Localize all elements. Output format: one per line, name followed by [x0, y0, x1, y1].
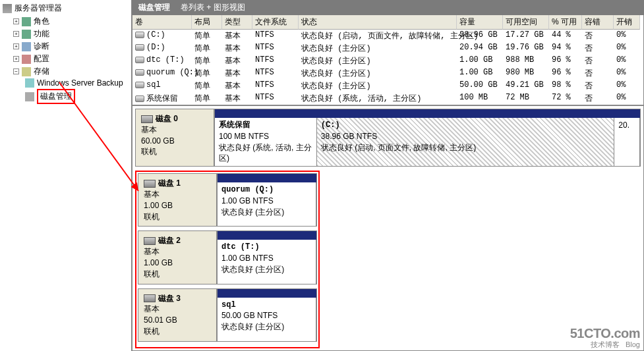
- tree-root-label: 服务器管理器: [15, 3, 62, 14]
- disk-size: 60.00 GB: [141, 136, 208, 147]
- volume-icon: [135, 95, 144, 102]
- disk-icon: [144, 180, 156, 188]
- column-header[interactable]: % 可用: [549, 15, 582, 30]
- volume-row[interactable]: quorum (Q:)简单基本NTFS状态良好 (主分区)1.00 GB980 …: [132, 67, 643, 80]
- cell: 基本: [222, 30, 252, 42]
- cell: 简单: [192, 92, 222, 105]
- cell: 0%: [614, 55, 640, 67]
- cell: 1.00 GB: [457, 55, 503, 67]
- partition-title: dtc (T:): [221, 242, 312, 253]
- tree-node-icon: [22, 30, 31, 39]
- cell: 0%: [614, 80, 640, 92]
- column-header[interactable]: 文件系统: [252, 15, 299, 30]
- cell: NTFS: [252, 42, 299, 55]
- tree-item[interactable]: −存储: [1, 65, 130, 78]
- cell: NTFS: [252, 92, 299, 105]
- disk-partitions: 系统保留100 MB NTFS状态良好 (系统, 活动, 主分区)(C:)38.…: [214, 109, 641, 167]
- volume-row[interactable]: (C:)简单基本NTFS状态良好 (启动, 页面文件, 故障转储, 主分区)38…: [132, 30, 643, 42]
- cell: 0%: [614, 30, 640, 42]
- cell: 状态良好 (启动, 页面文件, 故障转储, 主分区): [299, 30, 457, 42]
- volume-row[interactable]: 系统保留简单基本NTFS状态良好 (系统, 活动, 主分区)100 MB72 M…: [132, 92, 643, 105]
- column-header[interactable]: 卷: [132, 15, 192, 30]
- volume-row[interactable]: (D:)简单基本NTFS状态良好 (主分区)20.94 GB19.76 GB94…: [132, 42, 643, 55]
- tree-label-disk-management: 磁盘管理: [37, 89, 75, 104]
- tree-item-disk-management[interactable]: 磁盘管理: [1, 88, 130, 105]
- volume-icon: [135, 57, 144, 63]
- cell: 988 MB: [503, 55, 549, 67]
- disk-size: 1.00 GB: [144, 200, 211, 211]
- disk-state: 联机: [141, 146, 208, 157]
- cell: 简单: [192, 80, 222, 92]
- column-header[interactable]: 布局: [192, 15, 222, 30]
- disk-partitions: dtc (T:)1.00 GB NTFS状态良好 (主分区): [217, 230, 317, 284]
- tree-label-backup: Windows Server Backup: [37, 78, 123, 88]
- cell: 否: [582, 80, 614, 92]
- tree-item-label: 功能: [34, 28, 49, 40]
- cell: 96 %: [549, 55, 582, 67]
- cell: (C:): [132, 30, 192, 42]
- disk-type: 基本: [144, 304, 211, 315]
- volume-row[interactable]: dtc (T:)简单基本NTFS状态良好 (主分区)1.00 GB988 MB9…: [132, 55, 643, 67]
- cell: 基本: [222, 92, 252, 105]
- partition-status: 状态良好 (主分区): [221, 207, 312, 218]
- tree-toggle-icon[interactable]: +: [13, 18, 19, 24]
- disk-icon: [144, 294, 156, 302]
- disk-name: 磁盘 1: [158, 178, 181, 188]
- partition[interactable]: (C:)38.96 GB NTFS状态良好 (启动, 页面文件, 故障转储, 主…: [317, 118, 615, 166]
- disk-header[interactable]: 磁盘 3基本50.01 GB联机: [138, 288, 217, 342]
- tree-item[interactable]: +功能: [1, 28, 130, 40]
- cell: 1.00 GB: [457, 67, 503, 80]
- volume-row[interactable]: sql简单基本NTFS状态良好 (主分区)50.00 GB49.21 GB98 …: [132, 80, 643, 92]
- cell: 20.94 GB: [457, 42, 503, 55]
- tree-item-backup[interactable]: Windows Server Backup: [1, 78, 130, 88]
- partition[interactable]: 20.: [614, 118, 640, 166]
- cell: 否: [582, 67, 614, 80]
- volume-icon: [135, 44, 144, 51]
- column-header[interactable]: 开销: [614, 15, 640, 30]
- tree-item[interactable]: +配置: [1, 53, 130, 65]
- column-header[interactable]: 类型: [222, 15, 252, 30]
- disk-header[interactable]: 磁盘 2基本1.00 GB联机: [138, 230, 217, 284]
- partition-title: quorum (Q:): [221, 184, 312, 196]
- tree-node-icon: [22, 67, 31, 76]
- column-header[interactable]: 状态: [299, 15, 457, 30]
- cell: dtc (T:): [132, 55, 192, 67]
- tree-toggle-icon[interactable]: +: [13, 56, 19, 62]
- cell: 49.21 GB: [503, 80, 549, 92]
- column-header[interactable]: 容错: [582, 15, 614, 30]
- disk-name: 磁盘 3: [158, 294, 181, 303]
- disk-header[interactable]: 磁盘 0基本60.00 GB联机: [135, 109, 214, 167]
- partition-size: 1.00 GB NTFS: [221, 196, 312, 207]
- disk-state: 联机: [144, 326, 211, 337]
- cell: 否: [582, 30, 614, 42]
- disk-header[interactable]: 磁盘 1基本1.00 GB联机: [138, 173, 217, 227]
- cell: 否: [582, 42, 614, 55]
- column-header[interactable]: 可用空间: [503, 15, 549, 30]
- partition-status: 状态良好 (主分区): [221, 264, 312, 275]
- volume-list-header: 卷布局类型文件系统状态容量可用空间% 可用容错开销: [132, 15, 643, 30]
- tree-item[interactable]: +诊断: [1, 40, 130, 53]
- tree-item[interactable]: +角色: [1, 15, 130, 28]
- tree-toggle-icon[interactable]: +: [13, 31, 19, 37]
- cell: 0%: [614, 92, 640, 105]
- partition-size: 50.00 GB NTFS: [221, 310, 312, 321]
- cell: 100 MB: [457, 92, 503, 105]
- tree-toggle-icon[interactable]: −: [13, 68, 19, 74]
- partition-status: 状态良好 (启动, 页面文件, 故障转储, 主分区): [321, 142, 610, 153]
- partition[interactable]: 系统保留100 MB NTFS状态良好 (系统, 活动, 主分区): [215, 118, 317, 166]
- cell: 96 %: [549, 67, 582, 80]
- volume-icon: [135, 32, 144, 38]
- tree-item-label: 存储: [34, 66, 49, 77]
- partition-title: sql: [221, 300, 312, 311]
- column-header[interactable]: 容量: [457, 15, 503, 30]
- partition[interactable]: sql50.00 GB NTFS状态良好 (主分区): [218, 298, 316, 341]
- cell: 基本: [222, 55, 252, 67]
- partition[interactable]: quorum (Q:)1.00 GB NTFS状态良好 (主分区): [218, 182, 316, 226]
- partition[interactable]: dtc (T:)1.00 GB NTFS状态良好 (主分区): [218, 240, 316, 283]
- cell: 980 MB: [503, 67, 549, 80]
- volume-icon: [135, 69, 144, 76]
- tree-toggle-icon[interactable]: +: [13, 43, 19, 49]
- disk-type: 基本: [144, 246, 211, 257]
- cell: 否: [582, 92, 614, 105]
- tree-root[interactable]: 服务器管理器: [1, 1, 130, 15]
